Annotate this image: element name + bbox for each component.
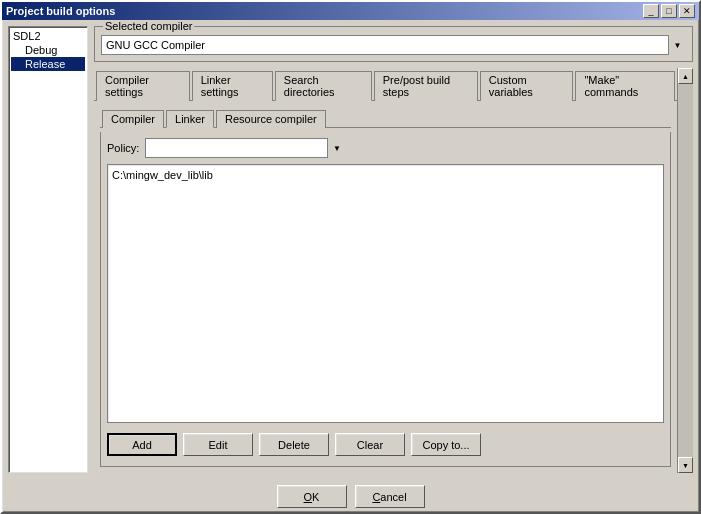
outer-tab-content: Compiler Linker Resource compiler Policy… [94,101,677,473]
inner-tab-linker[interactable]: Linker [166,110,214,128]
ok-label: K [312,491,319,503]
scroll-up-button[interactable]: ▲ [678,68,693,84]
compiler-select-wrapper: GNU GCC Compiler ▼ [101,35,686,55]
title-bar-buttons: _ □ ✕ [643,4,695,18]
policy-select-wrapper: ▼ [145,138,345,158]
clear-button[interactable]: Clear [335,433,405,456]
compiler-select[interactable]: GNU GCC Compiler [101,35,686,55]
tree-panel: SDL2 Debug Release [8,26,88,473]
close-button[interactable]: ✕ [679,4,695,18]
add-button[interactable]: Add [107,433,177,456]
tab-make-commands[interactable]: "Make" commands [575,71,675,101]
policy-select[interactable] [145,138,345,158]
selected-compiler-group: Selected compiler GNU GCC Compiler ▼ [94,26,693,62]
tab-search-directories[interactable]: Search directories [275,71,372,101]
ok-button[interactable]: OK [277,485,347,508]
right-panel: Selected compiler GNU GCC Compiler ▼ Com… [94,26,693,473]
ok-cancel-row: OK Cancel [2,479,699,512]
tab-pre-post-build[interactable]: Pre/post build steps [374,71,478,101]
copy-to-button[interactable]: Copy to... [411,433,481,456]
inner-tab-bar: Compiler Linker Resource compiler [100,107,671,128]
outer-tabs-area: Compiler settings Linker settings Search… [94,68,693,473]
minimize-button[interactable]: _ [643,4,659,18]
inner-tab-content: Policy: ▼ C:\mingw_dev_lib\ [100,132,671,467]
action-buttons: Add Edit Delete Clear Copy to... [107,429,664,460]
tree-item-debug[interactable]: Debug [11,43,85,57]
outer-tab-bar: Compiler settings Linker settings Search… [94,68,677,101]
tree-item-sdl2[interactable]: SDL2 [11,29,85,43]
window-content: SDL2 Debug Release Selected compiler GNU… [2,20,699,479]
cancel-button[interactable]: Cancel [355,485,425,508]
tab-compiler-settings[interactable]: Compiler settings [96,71,190,101]
cancel-label: ancel [380,491,406,503]
inner-tab-compiler[interactable]: Compiler [102,110,164,128]
compiler-select-row: GNU GCC Compiler ▼ [101,35,686,55]
vertical-scrollbar: ▲ ▼ [677,68,693,473]
maximize-button[interactable]: □ [661,4,677,18]
title-bar: Project build options _ □ ✕ [2,2,699,20]
scroll-track[interactable] [678,84,693,457]
main-window: Project build options _ □ ✕ SDL2 Debug R… [0,0,701,514]
edit-button[interactable]: Edit [183,433,253,456]
policy-row: Policy: ▼ [107,138,664,158]
tabs-main: Compiler settings Linker settings Search… [94,68,677,473]
window-title: Project build options [6,5,115,17]
directory-entry[interactable]: C:\mingw_dev_lib\lib [112,169,659,181]
selected-compiler-label: Selected compiler [103,20,194,32]
tab-linker-settings[interactable]: Linker settings [192,71,273,101]
policy-label: Policy: [107,142,139,154]
directory-list: C:\mingw_dev_lib\lib [107,164,664,423]
inner-tab-resource-compiler[interactable]: Resource compiler [216,110,326,128]
tab-custom-variables[interactable]: Custom variables [480,71,574,101]
tree-item-release[interactable]: Release [11,57,85,71]
scroll-down-button[interactable]: ▼ [678,457,693,473]
delete-button[interactable]: Delete [259,433,329,456]
